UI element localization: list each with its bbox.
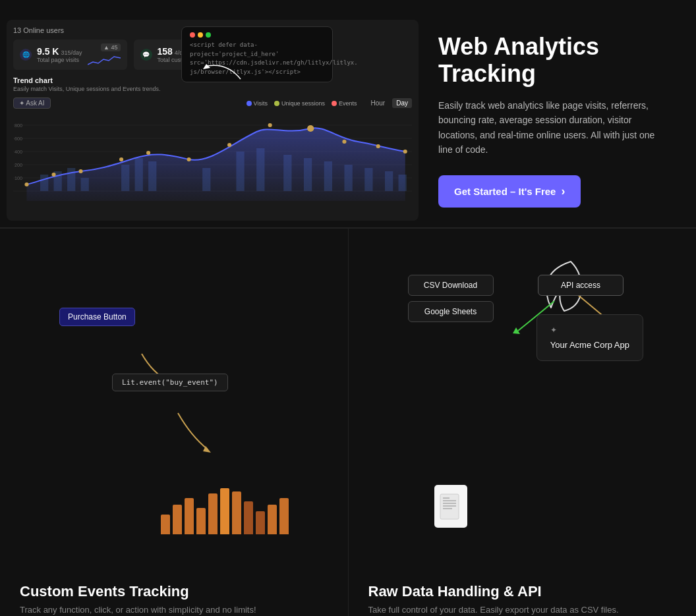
visits-trend: ▲ 45	[101, 43, 120, 51]
legend-visits-dot	[246, 101, 252, 106]
svg-point-32	[119, 157, 123, 161]
hero-section: Web Analytics Tracking Easily track web …	[432, 13, 696, 227]
arrow-2	[171, 410, 224, 456]
svg-text:600: 600	[14, 136, 22, 142]
svg-point-33	[146, 151, 150, 155]
bottom-sections: Purchase Button Lit.event("buy_event")	[0, 228, 696, 616]
google-sheets-button[interactable]: Google Sheets	[408, 301, 494, 322]
window-controls	[190, 32, 324, 38]
hero-description: Easily track web analytics like page vis…	[438, 98, 670, 157]
legend-sessions-dot	[274, 101, 279, 106]
bar-4	[196, 508, 206, 534]
top-section: 13 Online users 🌐 9.5 K 315/day Total pa…	[0, 0, 696, 228]
svg-point-38	[342, 140, 346, 144]
svg-point-31	[78, 169, 82, 173]
raw-data-title: Raw Data Handling & API	[368, 583, 542, 600]
events-value: 158	[158, 46, 173, 57]
bar-11	[279, 498, 289, 534]
close-dot	[190, 32, 195, 38]
custom-app-name: Your Acme Corp App	[550, 340, 629, 350]
purchase-button-label: Purchase Button	[59, 308, 135, 326]
custom-app-card: ✦ Your Acme Corp App	[536, 314, 643, 361]
svg-point-40	[403, 150, 407, 154]
custom-app-star: ✦	[550, 325, 629, 335]
svg-point-29	[24, 182, 28, 186]
visits-icon: 🌐	[20, 49, 32, 61]
visits-label: Total page visits	[37, 57, 82, 63]
svg-point-39	[376, 144, 380, 148]
legend-events-dot	[332, 101, 337, 106]
bar-7	[232, 491, 241, 534]
legend-events: Events	[332, 100, 357, 107]
ask-ai-button[interactable]: ✦ Ask AI	[13, 98, 51, 109]
cta-arrow-icon: ›	[561, 184, 565, 198]
svg-point-34	[187, 157, 191, 161]
export-options: CSV Download Google Sheets	[408, 275, 494, 322]
svg-text:800: 800	[14, 123, 22, 128]
time-toggle: Hour Day	[367, 98, 412, 108]
events-icon: 💬	[140, 49, 152, 61]
custom-events-illustration: Purchase Button Lit.event("buy_event")	[20, 248, 328, 600]
visits-mini-chart: ▲ 45	[88, 43, 121, 66]
toggle-hour[interactable]: Hour	[367, 98, 390, 108]
toggle-day[interactable]: Day	[392, 98, 412, 108]
svg-point-36	[268, 123, 272, 127]
svg-point-35	[227, 143, 231, 147]
visits-rate: 315/day	[61, 49, 82, 56]
custom-events-description: Track any function, click, or action wit…	[20, 605, 256, 615]
document-icon	[434, 485, 467, 528]
chart-subtitle: Easily match Visits, Unique sessions and…	[13, 86, 412, 92]
maximize-dot	[206, 32, 211, 38]
svg-marker-0	[203, 64, 210, 69]
custom-events-section: Purchase Button Lit.event("buy_event")	[0, 228, 349, 616]
bar-9	[256, 511, 265, 534]
legend-sessions: Unique sessions	[274, 100, 325, 107]
csv-download-button[interactable]: CSV Download	[408, 275, 494, 296]
bar-3	[185, 498, 194, 534]
bar-8	[244, 501, 253, 534]
raw-data-description: Take full control of your data. Easily e…	[368, 605, 619, 615]
raw-data-illustration: CSV Download Google Sheets API access ✦ …	[368, 248, 677, 600]
cta-label: Get Started – It's Free	[454, 186, 556, 197]
legend-visits-label: Visits	[254, 100, 268, 107]
cta-button[interactable]: Get Started – It's Free ›	[438, 175, 581, 208]
bar-chart-illustration	[161, 482, 289, 534]
legend-events-label: Events	[339, 100, 357, 107]
code-event-label: Lit.event("buy_event")	[112, 374, 228, 391]
legend-sessions-label: Unique sessions	[281, 100, 325, 107]
svg-text:200: 200	[14, 163, 22, 168]
svg-point-37	[307, 125, 314, 132]
code-arrow	[201, 56, 254, 82]
chart-legend: Visits Unique sessions Events	[246, 100, 357, 107]
main-chart: 800 600 400 200 100	[13, 112, 412, 204]
bar-1	[161, 515, 170, 534]
legend-visits: Visits	[246, 100, 268, 107]
raw-data-section: CSV Download Google Sheets API access ✦ …	[349, 228, 697, 616]
metric-card-visits: 🌐 9.5 K 315/day Total page visits ▲ 45	[13, 40, 127, 70]
svg-text:100: 100	[14, 176, 22, 181]
dashboard-panel: 13 Online users 🌐 9.5 K 315/day Total pa…	[7, 20, 419, 221]
custom-events-title: Custom Events Tracking	[20, 583, 189, 600]
bar-10	[268, 505, 277, 534]
svg-text:400: 400	[14, 150, 22, 155]
bar-6	[220, 488, 229, 534]
bar-2	[173, 505, 182, 534]
bar-5	[208, 493, 218, 534]
visits-value: 9.5 K	[37, 46, 59, 57]
minimize-dot	[198, 32, 203, 38]
svg-point-30	[51, 173, 55, 177]
hero-title: Web Analytics Tracking	[438, 33, 670, 88]
api-access-button[interactable]: API access	[538, 275, 624, 296]
chart-controls: ✦ Ask AI Visits Unique sessions Events	[13, 98, 412, 109]
